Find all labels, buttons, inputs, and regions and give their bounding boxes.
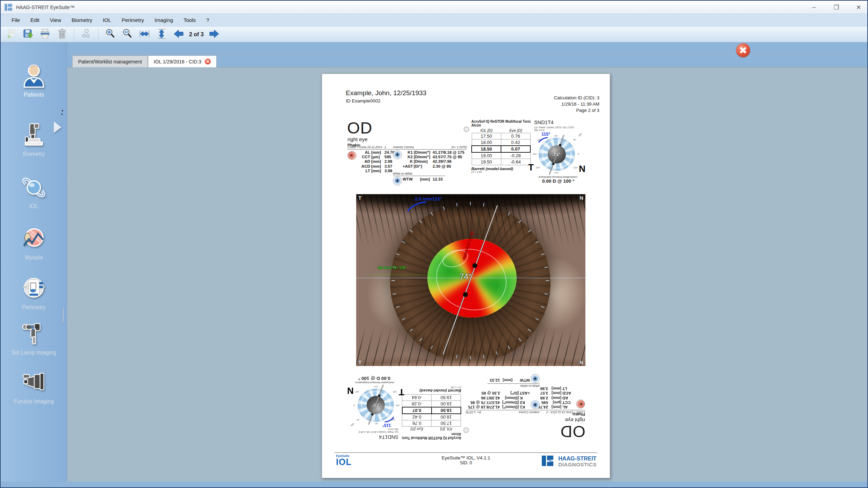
fit-height-button[interactable]	[154, 28, 169, 41]
keratometry-row: K2[D/mm/°]43.57/7.75 @ 85	[466, 400, 530, 405]
residual-astigmatism-value: 0.00 D @ 100 °	[522, 178, 595, 184]
menu-imaging[interactable]: Imaging	[149, 17, 178, 23]
table-row: 19.00-0.28	[472, 152, 530, 159]
keratometry-row: +AST[D/°]2.30 @ 85	[466, 391, 530, 395]
zoom-in-button[interactable]	[103, 28, 118, 41]
calculation-id: Calculation ID (CID): 3	[554, 95, 599, 101]
eye-laterality: OD	[560, 422, 586, 441]
fit-width-button[interactable]	[137, 28, 152, 41]
wtw-row: WTW[mm]12.33	[466, 378, 530, 382]
sidebar-item-myopia[interactable]: Myopia	[1, 226, 67, 261]
compass-tick-label: 45°	[573, 139, 576, 141]
patients-icon	[21, 63, 47, 89]
biometry-device: LS900 T-Cone 24.11.2014 - 2	[347, 145, 396, 150]
compass-tick-label: 180°	[533, 153, 537, 155]
patient-id: ID Example0002	[346, 98, 381, 104]
wtw-header: White-to-White	[487, 383, 540, 388]
compass-tick-label: 0°	[577, 153, 579, 155]
report-page: Example, John, 12/25/1933 ID Example0002…	[322, 74, 610, 478]
tabbar: Patient/Worklist management IOL 1/29/201…	[72, 55, 217, 67]
tab-patient-worklist[interactable]: Patient/Worklist management	[72, 55, 148, 67]
table-row: 19.50-0.64	[472, 159, 530, 165]
keratometry-row: +AST[D/°]2.30 @ 85	[403, 164, 467, 169]
settings-button[interactable]	[79, 28, 93, 41]
tab-close-icon[interactable]	[205, 59, 211, 64]
menu-perimetry[interactable]: Perimetry	[117, 17, 149, 23]
sidebar-item-slit-lamp[interactable]: Slit Lamp Imaging	[1, 321, 67, 356]
compass-tick-label: 90°	[375, 422, 378, 425]
sidebar-item-perimetry[interactable]: Perimetry	[1, 275, 67, 311]
minimize-button[interactable]: –	[810, 4, 818, 11]
sidebar-label: Myopia	[1, 254, 67, 261]
table-row-selected: 18.500.07	[472, 146, 530, 152]
eye-side-label: right eye	[565, 417, 585, 423]
menu-biometry[interactable]: Biometry	[66, 17, 97, 23]
slit-lamp-icon	[21, 321, 47, 347]
cornea-icon	[393, 150, 402, 159]
eye-length-icon	[347, 151, 357, 160]
menu-file[interactable]: File	[6, 17, 25, 23]
iol-product-name: AcrySof IQ ReSTOR Multifocal Toric	[400, 436, 461, 440]
iol-power-table: IOL [D]Eye [D] 17.500.76 18.000.42 18.50…	[471, 128, 531, 165]
tab-iol-calculation[interactable]: IOL 1/29/2016 - CID:3	[148, 55, 217, 67]
cornea-header: Anterior Cornea	[393, 145, 414, 149]
table-row: 17.500.76	[472, 133, 530, 139]
flat-meridian-label: flat 41.27 D / 175°	[378, 266, 406, 270]
menu-tools[interactable]: Tools	[178, 17, 201, 23]
column-header: IOL [D]	[472, 128, 501, 133]
arrow-left-icon	[173, 29, 184, 40]
iol-manufacturer: Alcon	[400, 432, 461, 436]
fit-width-icon	[139, 29, 150, 40]
arrow-right-icon	[209, 29, 219, 40]
calculation-datetime: 1/29/16 - 11:39 AM	[554, 101, 599, 107]
sia-value: SIA: 0.5 D	[534, 129, 545, 131]
fundus-camera-icon	[21, 369, 47, 396]
maximize-button[interactable]: ❐	[832, 4, 840, 11]
zoom-out-button[interactable]	[120, 28, 135, 41]
corner-temporal-top: T	[358, 195, 361, 201]
window-title: HAAG-STREIT EyeSuite™	[16, 5, 75, 10]
sidebar-item-iol[interactable]: IOL	[1, 174, 67, 209]
menu-edit[interactable]: Edit	[25, 17, 45, 23]
compass-tick-label: 180°	[396, 404, 400, 406]
compass-tick-label: 270°	[374, 386, 378, 388]
eye-photo: 2.0 mm/115° steep 43.57 D / 85° flat 41.…	[356, 194, 585, 366]
sidebar-item-fundus[interactable]: Fundus Imaging	[1, 369, 67, 405]
new-document-button[interactable]	[3, 28, 18, 41]
next-page-button[interactable]	[207, 28, 222, 41]
myopia-icon	[21, 226, 47, 252]
tab-label: IOL 1/29/2016 - CID:3	[154, 59, 201, 64]
menu-view[interactable]: View	[45, 17, 66, 23]
axis-value-label: 74°	[459, 272, 472, 282]
wtw-icon	[393, 176, 402, 185]
cylinder-power: Cyl. Power: Cornea 1.50 D / IOL 2.25 D	[359, 431, 398, 433]
compass-tick-label: 45°	[356, 419, 359, 421]
sidebar-collapse-arrows[interactable]: ◂▸	[61, 109, 63, 116]
sidebar-item-patients[interactable]: Patients	[1, 63, 67, 98]
menu-iol[interactable]: IOL	[97, 17, 116, 23]
column-header: Eye [D]	[501, 128, 530, 133]
compass-tick-label: 270°	[554, 172, 559, 174]
wtw-block: White-to-White WTW[mm]12.33	[466, 378, 540, 388]
sidebar-label: Fundus Imaging	[1, 398, 67, 405]
notification-close-button[interactable]	[736, 43, 750, 57]
keratometry-row: K1[D/mm/°]41.27/8.18 @ 175	[466, 405, 530, 409]
close-button[interactable]: ✕	[855, 4, 862, 11]
residual-astigmatism-label: Anticipated Residual Astigmatism:	[522, 175, 595, 178]
iol-product-name: AcrySof IQ ReSTOR Multifocal Toric	[471, 120, 533, 123]
corner-nasal-bottom: N	[579, 359, 583, 365]
save-button[interactable]	[21, 28, 35, 41]
wtw-row: WTW[mm]12.33	[403, 177, 467, 181]
delete-button[interactable]	[55, 28, 69, 41]
sidebar-resize-grip[interactable]	[62, 307, 64, 323]
print-button[interactable]	[38, 28, 52, 41]
compass-tick-label: 315°	[574, 167, 578, 169]
sidebar-expand-arrow[interactable]	[54, 121, 61, 133]
wtw-block: White-to-White WTW[mm]12.33	[393, 172, 467, 181]
menu-help[interactable]: ?	[201, 17, 214, 23]
toolbar-separator	[74, 29, 74, 40]
sidebar-label: Slit Lamp Imaging	[1, 349, 67, 356]
iol-model: SND1T4	[534, 120, 554, 125]
previous-page-button[interactable]	[171, 28, 186, 41]
sidebar-label: Patients	[1, 91, 67, 98]
